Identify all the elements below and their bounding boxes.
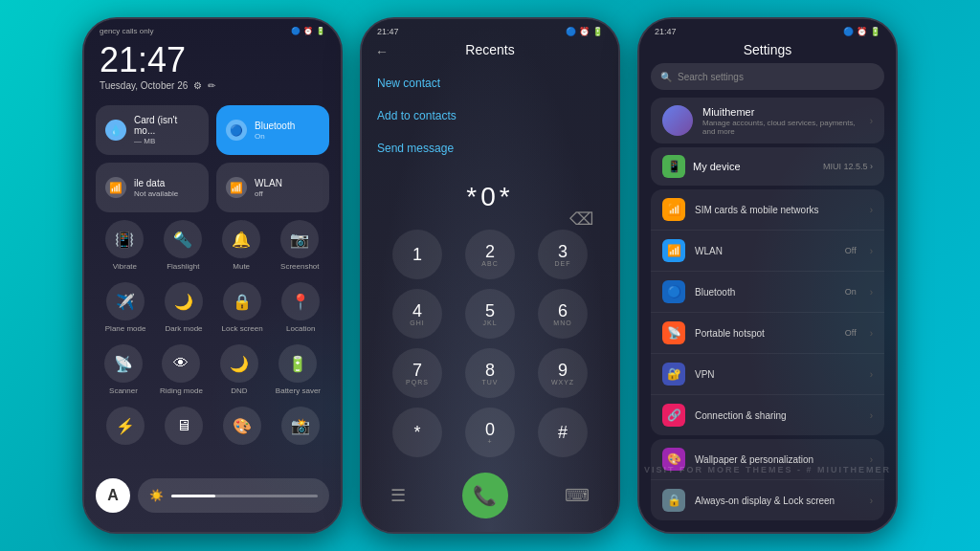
data-tile-icon: 💧 bbox=[105, 120, 126, 141]
p3-my-device-item[interactable]: 📱 My device MIUI 12.5.5 › bbox=[651, 147, 884, 186]
p1-time: 21:47 bbox=[100, 40, 186, 80]
p2-add-to-contacts[interactable]: Add to contacts bbox=[377, 99, 603, 132]
phone-2-dialer: 21:47 🔵 ⏰ 🔋 ← Recents New contact Add to… bbox=[360, 17, 620, 534]
p1-icon-themes[interactable]: 🎨 bbox=[223, 407, 261, 449]
p1-icon-flash[interactable]: ⚡ bbox=[106, 407, 145, 449]
wlan-icon: 📶 bbox=[662, 239, 685, 262]
wallpaper-chevron-icon: › bbox=[870, 454, 873, 465]
lockscreen-chevron-icon: › bbox=[870, 496, 873, 506]
dark-mode-icon: 🌙 bbox=[165, 282, 203, 320]
p1-date: Tuesday, October 26 ⚙ ✏ bbox=[100, 80, 215, 91]
p2-call-button[interactable]: 📞 bbox=[462, 473, 508, 518]
alarm-icon: ⏰ bbox=[303, 27, 313, 35]
p3-sharing-label: Connection & sharing bbox=[695, 410, 857, 421]
p2-key-8[interactable]: 8 TUV bbox=[465, 348, 515, 398]
p1-status-text: gency calls only bbox=[100, 27, 153, 35]
p1-quick-tiles: 💧 Card (isn't mo... — MB 🔵 Bluetooth On bbox=[96, 105, 329, 220]
p1-icon-vibrate[interactable]: 📳 Vibrate bbox=[105, 220, 144, 271]
p2-key-9[interactable]: 9 WXYZ bbox=[538, 348, 588, 398]
hotspot-icon: 📡 bbox=[662, 321, 685, 344]
p3-bluetooth-label: Bluetooth bbox=[695, 287, 835, 298]
p3-search-bar[interactable]: 🔍 Search settings bbox=[651, 63, 884, 90]
wlan-tile-icon: 📶 bbox=[226, 177, 247, 198]
p1-icon-lockscreen[interactable]: 🔒 Lock screen bbox=[222, 282, 263, 333]
p3-item-wlan[interactable]: 📶 WLAN Off › bbox=[651, 231, 884, 272]
p1-tile-data[interactable]: 💧 Card (isn't mo... — MB bbox=[96, 105, 209, 155]
p1-icon-scanner[interactable]: 📡 Scanner bbox=[104, 344, 143, 395]
p3-item-hotspot[interactable]: 📡 Portable hotspot Off › bbox=[651, 313, 884, 354]
p2-key-6[interactable]: 6 MNO bbox=[538, 289, 588, 339]
p2-key-0[interactable]: 0 + bbox=[465, 408, 515, 457]
p1-icon-dnd[interactable]: 🌙 DND bbox=[220, 344, 258, 395]
p1-icon-mute[interactable]: 🔔 Mute bbox=[222, 220, 260, 271]
p1-icon-flashlight[interactable]: 🔦 Flashlight bbox=[164, 220, 202, 271]
p1-icon-riding[interactable]: 👁 Riding mode bbox=[160, 344, 203, 395]
p3-account-avatar bbox=[662, 105, 693, 136]
p3-item-vpn[interactable]: 🔐 VPN › bbox=[651, 354, 884, 395]
p1-icon-row-4: ⚡ 🖥 🎨 📸 bbox=[96, 407, 329, 449]
p1-icon-batsaver[interactable]: 🔋 Battery saver bbox=[276, 344, 321, 395]
settings-icon-small[interactable]: ⚙ bbox=[193, 80, 202, 91]
edit-icon-small[interactable]: ✏ bbox=[208, 80, 215, 91]
p2-menu-icon[interactable]: ☰ bbox=[390, 485, 406, 506]
p3-item-wallpaper[interactable]: 🎨 Wallpaper & personalization › bbox=[651, 439, 884, 480]
p3-wallpaper-label: Wallpaper & personalization bbox=[695, 454, 857, 465]
p3-status-icons: 🔵 ⏰ 🔋 bbox=[843, 27, 880, 36]
sharing-chevron-icon: › bbox=[870, 410, 873, 421]
p1-tile-wlan[interactable]: 📶 WLAN off bbox=[216, 163, 329, 212]
p2-backspace-icon[interactable]: ⌫ bbox=[569, 209, 593, 230]
p2-key-5[interactable]: 5 JKL bbox=[465, 289, 515, 339]
flash-icon: ⚡ bbox=[106, 407, 145, 445]
p1-tile-mobile-data[interactable]: 📶 ile data Not available bbox=[96, 163, 209, 212]
p3-battery-icon: 🔋 bbox=[870, 27, 880, 36]
bluetooth-chevron-icon: › bbox=[870, 287, 873, 298]
vpn-icon: 🔐 bbox=[662, 363, 685, 386]
p1-icon-darkmode[interactable]: 🌙 Dark mode bbox=[165, 282, 203, 333]
account-chevron-icon: › bbox=[870, 116, 873, 126]
p2-action-list: New contact Add to contacts Send message bbox=[377, 67, 603, 165]
scanner-icon: 📡 bbox=[104, 344, 143, 383]
p1-bottom-bar: A ☀️ bbox=[96, 478, 329, 513]
p3-settings-title: Settings bbox=[639, 42, 896, 57]
p1-icon-screen3[interactable]: 📸 bbox=[281, 407, 320, 449]
p2-key-7[interactable]: 7 PQRS bbox=[392, 348, 442, 398]
data-tile-text: Card (isn't mo... — MB bbox=[134, 115, 199, 145]
p2-bottom-bar: ☰ 📞 ⌨ bbox=[362, 473, 618, 518]
p3-item-sharing[interactable]: 🔗 Connection & sharing › bbox=[651, 395, 884, 435]
riding-mode-icon: 👁 bbox=[162, 344, 200, 383]
p1-icon-screenshot[interactable]: 📷 Screenshot bbox=[280, 220, 319, 271]
p3-bluetooth-value: On bbox=[845, 287, 857, 297]
p3-item-bluetooth[interactable]: 🔵 Bluetooth On › bbox=[651, 272, 884, 313]
p1-tile-bluetooth[interactable]: 🔵 Bluetooth On bbox=[216, 105, 329, 155]
p1-brightness-slider[interactable]: ☀️ bbox=[138, 478, 329, 513]
p2-key-row-4: * 0 + # bbox=[381, 408, 599, 457]
bluetooth-settings-icon: 🔵 bbox=[662, 280, 685, 303]
p2-key-1[interactable]: 1 bbox=[392, 230, 442, 279]
p3-account-banner[interactable]: Miuithemer Manage accounts, cloud servic… bbox=[651, 98, 884, 143]
p2-key-hash[interactable]: # bbox=[538, 408, 588, 457]
p2-alarm-icon: ⏰ bbox=[579, 27, 590, 36]
p2-new-contact[interactable]: New contact bbox=[377, 67, 603, 99]
p3-item-lockscreen[interactable]: 🔒 Always-on display & Lock screen › bbox=[651, 480, 884, 520]
p3-item-sim[interactable]: 📶 SIM cards & mobile networks › bbox=[651, 189, 884, 231]
p2-header-title: Recents bbox=[362, 42, 618, 57]
mute-icon: 🔔 bbox=[222, 220, 260, 258]
p1-icon-screen2[interactable]: 🖥 bbox=[165, 407, 203, 449]
p2-key-4[interactable]: 4 GHI bbox=[392, 289, 442, 339]
p1-icon-row-1: 📳 Vibrate 🔦 Flashlight 🔔 Mute 📷 Screensh… bbox=[96, 220, 329, 271]
p2-key-star[interactable]: * bbox=[392, 408, 442, 457]
p1-icon-location[interactable]: 📍 Location bbox=[281, 282, 320, 333]
flashlight-icon: 🔦 bbox=[164, 220, 202, 258]
p2-key-2[interactable]: 2 ABC bbox=[465, 230, 515, 279]
p2-key-row-2: 4 GHI 5 JKL 6 MNO bbox=[381, 289, 599, 339]
p3-status-bar: 21:47 🔵 ⏰ 🔋 bbox=[655, 27, 880, 36]
p2-keypad-icon[interactable]: ⌨ bbox=[565, 485, 590, 506]
p3-settings-list: Miuithemer Manage accounts, cloud servic… bbox=[639, 98, 896, 524]
p1-icon-plane[interactable]: ✈️ Plane mode bbox=[105, 282, 146, 333]
p2-send-message[interactable]: Send message bbox=[377, 132, 603, 165]
p2-key-row-3: 7 PQRS 8 TUV 9 WXYZ bbox=[381, 348, 599, 398]
p3-wlan-value: Off bbox=[845, 246, 857, 255]
p1-user-avatar[interactable]: A bbox=[96, 478, 130, 513]
screen-icon: 🖥 bbox=[165, 407, 203, 445]
p2-key-3[interactable]: 3 DEF bbox=[538, 230, 588, 279]
